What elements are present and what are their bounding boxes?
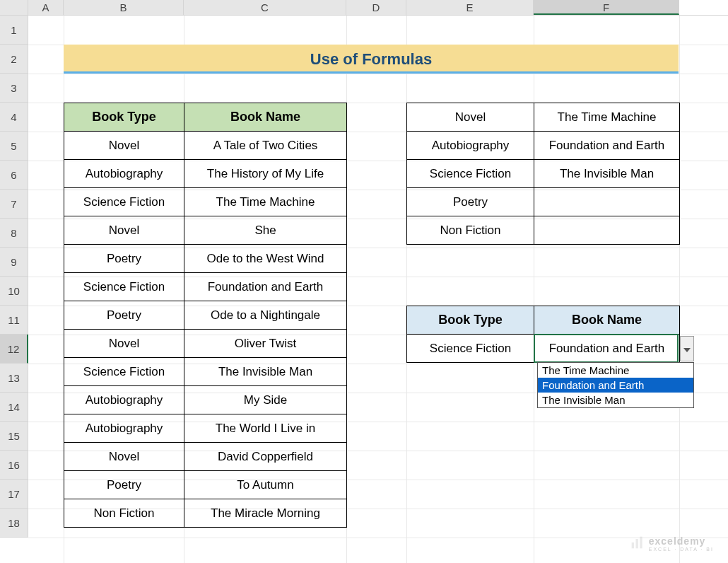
- cell[interactable]: The History of My Life: [184, 160, 347, 188]
- table-row: Science FictionThe Time Machine: [64, 188, 347, 216]
- col-header-F[interactable]: F: [534, 0, 679, 15]
- table-row: NovelShe: [64, 216, 347, 245]
- svg-rect-1: [635, 539, 638, 548]
- cell[interactable]: Novel: [64, 443, 184, 471]
- row-header-18[interactable]: 18: [0, 509, 28, 538]
- watermark: exceldemy EXCEL · DATA · BI: [630, 535, 714, 552]
- table-row: AutobiographyFoundation and Earth: [407, 132, 680, 160]
- dropdown-item[interactable]: The Invisible Man: [538, 393, 693, 407]
- col-header-A[interactable]: A: [28, 0, 64, 15]
- cell[interactable]: The Invisible Man: [184, 358, 347, 386]
- row-header-11[interactable]: 11: [0, 306, 28, 335]
- row-header-10[interactable]: 10: [0, 277, 28, 306]
- cell[interactable]: Science Fiction: [407, 160, 534, 188]
- row-header-15[interactable]: 15: [0, 422, 28, 451]
- cell[interactable]: [534, 216, 680, 245]
- cell[interactable]: Science Fiction: [64, 188, 184, 216]
- cell[interactable]: David Copperfield: [184, 443, 347, 471]
- row-header-13[interactable]: 13: [0, 364, 28, 393]
- col-header-B[interactable]: B: [64, 0, 184, 15]
- data-validation-dropdown-button[interactable]: [680, 336, 694, 361]
- table-row: Science FictionThe Invisible Man: [64, 358, 347, 386]
- table-row: PoetryTo Autumn: [64, 471, 347, 499]
- cell[interactable]: [534, 188, 680, 216]
- cell[interactable]: Novel: [407, 103, 534, 132]
- cell[interactable]: She: [184, 216, 347, 245]
- lookup-table: NovelThe Time Machine AutobiographyFound…: [406, 103, 680, 245]
- header-book-name[interactable]: Book Name: [184, 103, 347, 132]
- cell[interactable]: The Invisible Man: [534, 160, 680, 188]
- cell[interactable]: Poetry: [407, 188, 534, 216]
- data-validation-dropdown-list[interactable]: The Time Machine Foundation and Earth Th…: [537, 362, 694, 408]
- cell[interactable]: A Tale of Two Cities: [184, 132, 347, 160]
- table-row: AutobiographyThe World I Live in: [64, 414, 347, 443]
- chevron-down-icon: [683, 342, 691, 355]
- cell[interactable]: Novel: [64, 132, 184, 160]
- header-book-type[interactable]: Book Type: [407, 306, 534, 335]
- col-header-E[interactable]: E: [406, 0, 534, 15]
- table-row: NovelDavid Copperfield: [64, 443, 347, 471]
- row-header-4[interactable]: 4: [0, 103, 28, 132]
- cell[interactable]: Autobiography: [407, 132, 534, 160]
- row-header-1[interactable]: 1: [0, 16, 28, 45]
- row-header-3[interactable]: 3: [0, 74, 28, 103]
- col-header-D[interactable]: D: [346, 0, 406, 15]
- dropdown-item[interactable]: Foundation and Earth: [538, 378, 693, 393]
- table-row: Science Fiction Foundation and Earth: [407, 335, 680, 363]
- cell[interactable]: Non Fiction: [64, 499, 184, 528]
- cell[interactable]: The Time Machine: [184, 188, 347, 216]
- cell[interactable]: Science Fiction: [64, 273, 184, 301]
- table-row: Science FictionFoundation and Earth: [64, 273, 347, 301]
- cell[interactable]: Ode to the West Wind: [184, 245, 347, 273]
- table-row: NovelA Tale of Two Cities: [64, 132, 347, 160]
- books-table: Book Type Book Name NovelA Tale of Two C…: [64, 103, 347, 528]
- col-header-C[interactable]: C: [184, 0, 346, 15]
- cell[interactable]: Science Fiction: [64, 358, 184, 386]
- cell[interactable]: Ode to a Nightingale: [184, 301, 347, 330]
- watermark-text: exceldemy EXCEL · DATA · BI: [649, 535, 714, 552]
- table-row: AutobiographyMy Side: [64, 386, 347, 414]
- cell[interactable]: Poetry: [64, 301, 184, 330]
- table-row: AutobiographyThe History of My Life: [64, 160, 347, 188]
- cell[interactable]: Autobiography: [64, 160, 184, 188]
- cell[interactable]: Foundation and Earth: [184, 273, 347, 301]
- table-row: NovelThe Time Machine: [407, 103, 680, 132]
- filter-name-cell[interactable]: Foundation and Earth: [534, 335, 680, 363]
- row-header-7[interactable]: 7: [0, 190, 28, 219]
- row-header-6[interactable]: 6: [0, 161, 28, 190]
- cell[interactable]: My Side: [184, 386, 347, 414]
- chart-icon: [630, 535, 645, 552]
- row-header-17[interactable]: 17: [0, 480, 28, 509]
- cell[interactable]: Oliver Twist: [184, 330, 347, 358]
- cell[interactable]: Novel: [64, 216, 184, 245]
- row-header-9[interactable]: 9: [0, 248, 28, 277]
- header-book-type[interactable]: Book Type: [64, 103, 184, 132]
- row-header-12[interactable]: 12: [0, 335, 28, 364]
- row-header-2[interactable]: 2: [0, 45, 28, 74]
- header-book-name[interactable]: Book Name: [534, 306, 680, 335]
- table-header-row: Book Type Book Name: [64, 103, 347, 132]
- filter-type-cell[interactable]: Science Fiction: [407, 335, 534, 363]
- row-header-5[interactable]: 5: [0, 132, 28, 161]
- select-all-corner[interactable]: [0, 0, 28, 15]
- cell[interactable]: Autobiography: [64, 414, 184, 443]
- cell[interactable]: Non Fiction: [407, 216, 534, 245]
- cell[interactable]: The Time Machine: [534, 103, 680, 132]
- cell[interactable]: Foundation and Earth: [534, 132, 680, 160]
- spreadsheet-grid: A B C D E F 1 2 3 4 5 6 7 8 9 10 11 12 1…: [0, 0, 728, 563]
- svg-rect-2: [640, 537, 642, 549]
- row-header-16[interactable]: 16: [0, 451, 28, 480]
- cell[interactable]: Autobiography: [64, 386, 184, 414]
- table-row: Non FictionThe Miracle Morning: [64, 499, 347, 528]
- row-header-14[interactable]: 14: [0, 393, 28, 422]
- cell[interactable]: The Miracle Morning: [184, 499, 347, 528]
- dropdown-item[interactable]: The Time Machine: [538, 363, 693, 378]
- cell[interactable]: Poetry: [64, 471, 184, 499]
- cell[interactable]: Novel: [64, 330, 184, 358]
- cell[interactable]: To Autumn: [184, 471, 347, 499]
- cell[interactable]: Poetry: [64, 245, 184, 273]
- cell[interactable]: The World I Live in: [184, 414, 347, 443]
- table-row: PoetryOde to a Nightingale: [64, 301, 347, 330]
- row-headers: 1 2 3 4 5 6 7 8 9 10 11 12 13 14 15 16 1…: [0, 16, 28, 538]
- row-header-8[interactable]: 8: [0, 219, 28, 248]
